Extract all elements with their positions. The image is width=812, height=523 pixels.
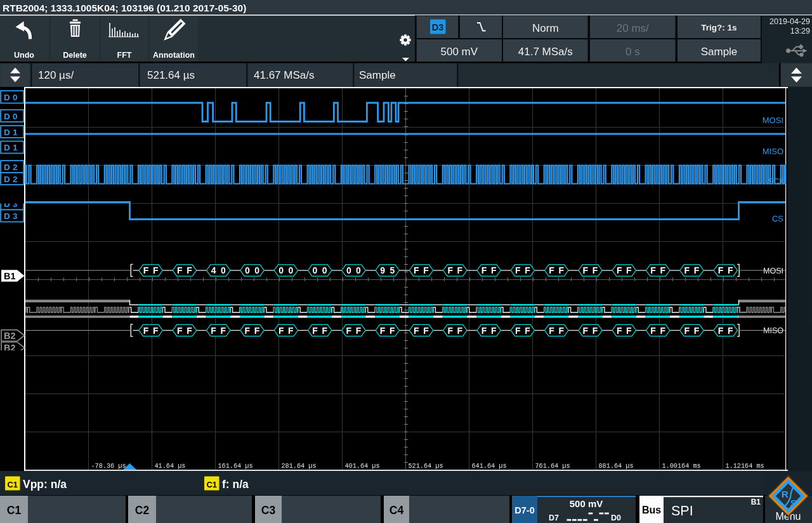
svg-text:C1: C1 xyxy=(206,480,217,489)
svg-text:F: F xyxy=(423,265,429,275)
svg-text:F: F xyxy=(525,326,530,336)
svg-text:F: F xyxy=(515,326,521,336)
svg-text:F: F xyxy=(177,326,183,336)
svg-text:F: F xyxy=(211,326,216,336)
svg-text:F: F xyxy=(346,326,352,336)
svg-text:F: F xyxy=(457,326,463,336)
svg-text:F: F xyxy=(626,326,632,336)
svg-text:0: 0 xyxy=(313,265,318,275)
svg-text:CS: CS xyxy=(772,214,783,223)
svg-text:F: F xyxy=(481,265,487,275)
svg-text:F: F xyxy=(684,265,690,275)
svg-text:401.64 µs: 401.64 µs xyxy=(345,463,380,470)
svg-text:D: D xyxy=(4,211,10,221)
svg-text:4: 4 xyxy=(211,265,216,275)
svg-text:F: F xyxy=(390,326,395,336)
svg-text:F: F xyxy=(447,326,453,336)
svg-text:Vpp: n/a: Vpp: n/a xyxy=(23,478,67,491)
svg-text:3: 3 xyxy=(13,211,18,221)
svg-text:D7: D7 xyxy=(549,513,559,522)
svg-text:1: 1 xyxy=(13,128,18,137)
svg-text:F: F xyxy=(254,326,260,336)
svg-text:D7-0: D7-0 xyxy=(514,505,534,515)
svg-text:F: F xyxy=(525,265,530,275)
svg-text:F: F xyxy=(660,265,665,275)
svg-text:761.64 µs: 761.64 µs xyxy=(535,463,570,470)
svg-text:13:29: 13:29 xyxy=(790,27,810,36)
svg-text:C3: C3 xyxy=(261,504,276,517)
svg-text:B1: B1 xyxy=(751,498,761,506)
svg-text:D: D xyxy=(4,93,10,102)
svg-text:B1: B1 xyxy=(4,271,16,281)
svg-text:F: F xyxy=(143,326,149,336)
svg-text:F: F xyxy=(447,265,453,275)
svg-text:F: F xyxy=(718,326,724,336)
svg-text:F: F xyxy=(583,326,589,336)
svg-text:0: 0 xyxy=(322,265,327,275)
svg-text:F: F xyxy=(559,265,565,275)
svg-text:D: D xyxy=(4,112,10,121)
svg-text:MOSI: MOSI xyxy=(763,116,783,125)
svg-text:F: F xyxy=(414,265,419,275)
svg-text:F: F xyxy=(660,326,665,336)
svg-text:F: F xyxy=(245,326,251,336)
svg-text:500 mV: 500 mV xyxy=(570,498,603,509)
svg-text:F: F xyxy=(728,265,733,275)
svg-text:F: F xyxy=(549,265,554,275)
svg-text:C1: C1 xyxy=(7,504,22,517)
svg-text:F: F xyxy=(626,265,632,275)
svg-text:2: 2 xyxy=(13,162,18,172)
svg-text:D3: D3 xyxy=(432,22,444,32)
svg-text:F: F xyxy=(153,265,159,275)
svg-text:F: F xyxy=(559,326,565,336)
svg-text:F: F xyxy=(153,326,159,336)
svg-text:2: 2 xyxy=(13,175,18,184)
svg-text:F: F xyxy=(380,326,386,336)
svg-text:9: 9 xyxy=(380,265,385,275)
svg-text:0: 0 xyxy=(13,93,18,102)
svg-text:SCK: SCK xyxy=(768,176,785,186)
svg-text:F: F xyxy=(356,326,362,336)
svg-text:120 µs/: 120 µs/ xyxy=(38,69,74,81)
svg-text:0: 0 xyxy=(356,265,361,275)
svg-text:F: F xyxy=(728,326,733,336)
svg-text:20 ms/: 20 ms/ xyxy=(617,22,649,34)
svg-text:1.00164 ms: 1.00164 ms xyxy=(662,463,701,470)
svg-text:FFT: FFT xyxy=(117,51,132,60)
svg-text:f: n/a: f: n/a xyxy=(222,478,249,491)
svg-text:F: F xyxy=(423,326,429,336)
svg-text:-78.36 µs: -78.36 µs xyxy=(91,463,126,470)
svg-text:F: F xyxy=(718,265,724,275)
svg-text:F: F xyxy=(650,326,656,336)
svg-text:D: D xyxy=(4,162,10,172)
svg-text:Norm: Norm xyxy=(532,22,559,34)
svg-text:F: F xyxy=(694,326,700,336)
svg-text:C2: C2 xyxy=(135,504,150,517)
svg-text:F: F xyxy=(187,326,192,336)
svg-text:1: 1 xyxy=(13,143,18,152)
svg-text:Sample: Sample xyxy=(701,46,738,58)
svg-text:F: F xyxy=(457,265,463,275)
svg-text:0: 0 xyxy=(289,265,294,275)
svg-text:0: 0 xyxy=(13,112,18,121)
svg-text:F: F xyxy=(312,326,318,336)
svg-text:F: F xyxy=(593,326,598,336)
svg-text:Trig?: 1s: Trig?: 1s xyxy=(701,23,737,32)
svg-text:500 mV: 500 mV xyxy=(441,46,478,58)
svg-text:F: F xyxy=(143,265,149,275)
svg-text:MISO: MISO xyxy=(763,326,783,335)
svg-text:Bus: Bus xyxy=(642,505,661,515)
svg-text:161.64 µs: 161.64 µs xyxy=(218,463,253,470)
svg-text:641.64 µs: 641.64 µs xyxy=(472,463,507,470)
svg-text:C4: C4 xyxy=(390,504,404,517)
svg-text:F: F xyxy=(414,326,419,336)
svg-text:RTB2004; 1333.1005K04; 103196: RTB2004; 1333.1005K04; 103196 (01.210 20… xyxy=(3,3,246,13)
svg-text:0: 0 xyxy=(278,265,284,275)
svg-text:R: R xyxy=(782,489,789,500)
svg-text:41.64 µs: 41.64 µs xyxy=(155,463,186,470)
svg-text:F: F xyxy=(583,265,589,275)
svg-text:Annotation: Annotation xyxy=(153,51,195,60)
svg-text:F: F xyxy=(549,326,554,336)
svg-text:F: F xyxy=(515,265,521,275)
svg-text:5: 5 xyxy=(390,265,395,275)
